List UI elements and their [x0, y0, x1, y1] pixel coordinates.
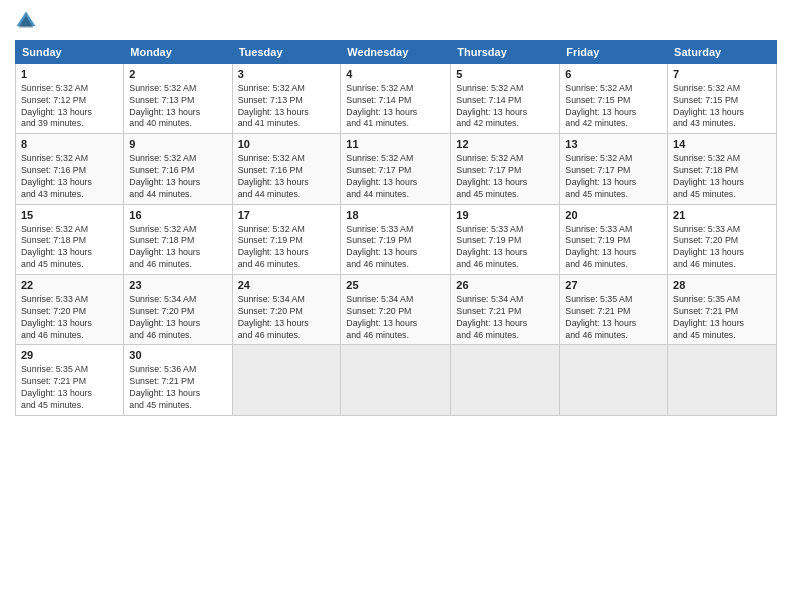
calendar-cell: 10Sunrise: 5:32 AM Sunset: 7:16 PM Dayli… — [232, 134, 341, 204]
calendar-cell: 26Sunrise: 5:34 AM Sunset: 7:21 PM Dayli… — [451, 275, 560, 345]
week-row-1: 1Sunrise: 5:32 AM Sunset: 7:12 PM Daylig… — [16, 64, 777, 134]
day-info: Sunrise: 5:35 AM Sunset: 7:21 PM Dayligh… — [673, 294, 771, 342]
col-header-friday: Friday — [560, 41, 668, 64]
day-number: 10 — [238, 137, 336, 152]
logo-icon — [15, 10, 37, 32]
day-info: Sunrise: 5:33 AM Sunset: 7:20 PM Dayligh… — [21, 294, 118, 342]
col-header-monday: Monday — [124, 41, 232, 64]
day-number: 23 — [129, 278, 226, 293]
day-info: Sunrise: 5:34 AM Sunset: 7:21 PM Dayligh… — [456, 294, 554, 342]
calendar-cell: 18Sunrise: 5:33 AM Sunset: 7:19 PM Dayli… — [341, 204, 451, 274]
calendar-cell: 23Sunrise: 5:34 AM Sunset: 7:20 PM Dayli… — [124, 275, 232, 345]
day-info: Sunrise: 5:32 AM Sunset: 7:14 PM Dayligh… — [346, 83, 445, 131]
day-number: 26 — [456, 278, 554, 293]
day-number: 20 — [565, 208, 662, 223]
day-info: Sunrise: 5:34 AM Sunset: 7:20 PM Dayligh… — [129, 294, 226, 342]
day-info: Sunrise: 5:35 AM Sunset: 7:21 PM Dayligh… — [565, 294, 662, 342]
day-info: Sunrise: 5:33 AM Sunset: 7:19 PM Dayligh… — [565, 224, 662, 272]
day-number: 2 — [129, 67, 226, 82]
day-info: Sunrise: 5:32 AM Sunset: 7:14 PM Dayligh… — [456, 83, 554, 131]
day-info: Sunrise: 5:32 AM Sunset: 7:17 PM Dayligh… — [346, 153, 445, 201]
day-number: 28 — [673, 278, 771, 293]
day-info: Sunrise: 5:32 AM Sunset: 7:15 PM Dayligh… — [565, 83, 662, 131]
calendar-page: SundayMondayTuesdayWednesdayThursdayFrid… — [0, 0, 792, 612]
day-info: Sunrise: 5:32 AM Sunset: 7:12 PM Dayligh… — [21, 83, 118, 131]
day-number: 21 — [673, 208, 771, 223]
day-number: 29 — [21, 348, 118, 363]
day-number: 16 — [129, 208, 226, 223]
day-number: 25 — [346, 278, 445, 293]
calendar-cell: 13Sunrise: 5:32 AM Sunset: 7:17 PM Dayli… — [560, 134, 668, 204]
day-info: Sunrise: 5:32 AM Sunset: 7:18 PM Dayligh… — [21, 224, 118, 272]
calendar-cell: 21Sunrise: 5:33 AM Sunset: 7:20 PM Dayli… — [668, 204, 777, 274]
calendar-cell — [341, 345, 451, 415]
calendar-cell: 20Sunrise: 5:33 AM Sunset: 7:19 PM Dayli… — [560, 204, 668, 274]
calendar-cell: 6Sunrise: 5:32 AM Sunset: 7:15 PM Daylig… — [560, 64, 668, 134]
calendar-cell: 25Sunrise: 5:34 AM Sunset: 7:20 PM Dayli… — [341, 275, 451, 345]
calendar-cell: 16Sunrise: 5:32 AM Sunset: 7:18 PM Dayli… — [124, 204, 232, 274]
calendar-cell: 30Sunrise: 5:36 AM Sunset: 7:21 PM Dayli… — [124, 345, 232, 415]
day-number: 22 — [21, 278, 118, 293]
calendar-cell: 14Sunrise: 5:32 AM Sunset: 7:18 PM Dayli… — [668, 134, 777, 204]
calendar-cell: 3Sunrise: 5:32 AM Sunset: 7:13 PM Daylig… — [232, 64, 341, 134]
day-info: Sunrise: 5:32 AM Sunset: 7:13 PM Dayligh… — [238, 83, 336, 131]
day-info: Sunrise: 5:32 AM Sunset: 7:13 PM Dayligh… — [129, 83, 226, 131]
calendar-cell: 7Sunrise: 5:32 AM Sunset: 7:15 PM Daylig… — [668, 64, 777, 134]
calendar-cell: 19Sunrise: 5:33 AM Sunset: 7:19 PM Dayli… — [451, 204, 560, 274]
day-info: Sunrise: 5:32 AM Sunset: 7:18 PM Dayligh… — [129, 224, 226, 272]
col-header-thursday: Thursday — [451, 41, 560, 64]
day-number: 13 — [565, 137, 662, 152]
day-number: 4 — [346, 67, 445, 82]
calendar-cell: 8Sunrise: 5:32 AM Sunset: 7:16 PM Daylig… — [16, 134, 124, 204]
calendar-cell: 9Sunrise: 5:32 AM Sunset: 7:16 PM Daylig… — [124, 134, 232, 204]
col-header-wednesday: Wednesday — [341, 41, 451, 64]
calendar-cell: 29Sunrise: 5:35 AM Sunset: 7:21 PM Dayli… — [16, 345, 124, 415]
day-number: 15 — [21, 208, 118, 223]
day-info: Sunrise: 5:32 AM Sunset: 7:16 PM Dayligh… — [238, 153, 336, 201]
day-info: Sunrise: 5:35 AM Sunset: 7:21 PM Dayligh… — [21, 364, 118, 412]
day-number: 12 — [456, 137, 554, 152]
day-info: Sunrise: 5:36 AM Sunset: 7:21 PM Dayligh… — [129, 364, 226, 412]
day-number: 9 — [129, 137, 226, 152]
calendar-cell — [668, 345, 777, 415]
calendar-cell: 12Sunrise: 5:32 AM Sunset: 7:17 PM Dayli… — [451, 134, 560, 204]
day-number: 11 — [346, 137, 445, 152]
calendar-cell — [560, 345, 668, 415]
calendar-cell: 11Sunrise: 5:32 AM Sunset: 7:17 PM Dayli… — [341, 134, 451, 204]
day-info: Sunrise: 5:34 AM Sunset: 7:20 PM Dayligh… — [238, 294, 336, 342]
day-info: Sunrise: 5:32 AM Sunset: 7:16 PM Dayligh… — [21, 153, 118, 201]
day-number: 27 — [565, 278, 662, 293]
header — [15, 10, 777, 32]
day-number: 6 — [565, 67, 662, 82]
day-info: Sunrise: 5:34 AM Sunset: 7:20 PM Dayligh… — [346, 294, 445, 342]
week-row-4: 22Sunrise: 5:33 AM Sunset: 7:20 PM Dayli… — [16, 275, 777, 345]
calendar-cell: 5Sunrise: 5:32 AM Sunset: 7:14 PM Daylig… — [451, 64, 560, 134]
week-row-2: 8Sunrise: 5:32 AM Sunset: 7:16 PM Daylig… — [16, 134, 777, 204]
calendar-cell: 24Sunrise: 5:34 AM Sunset: 7:20 PM Dayli… — [232, 275, 341, 345]
day-info: Sunrise: 5:33 AM Sunset: 7:19 PM Dayligh… — [346, 224, 445, 272]
day-number: 1 — [21, 67, 118, 82]
col-header-saturday: Saturday — [668, 41, 777, 64]
day-number: 24 — [238, 278, 336, 293]
week-row-5: 29Sunrise: 5:35 AM Sunset: 7:21 PM Dayli… — [16, 345, 777, 415]
day-info: Sunrise: 5:32 AM Sunset: 7:19 PM Dayligh… — [238, 224, 336, 272]
day-number: 19 — [456, 208, 554, 223]
calendar-cell: 2Sunrise: 5:32 AM Sunset: 7:13 PM Daylig… — [124, 64, 232, 134]
day-info: Sunrise: 5:33 AM Sunset: 7:19 PM Dayligh… — [456, 224, 554, 272]
day-info: Sunrise: 5:32 AM Sunset: 7:17 PM Dayligh… — [456, 153, 554, 201]
day-info: Sunrise: 5:33 AM Sunset: 7:20 PM Dayligh… — [673, 224, 771, 272]
day-info: Sunrise: 5:32 AM Sunset: 7:18 PM Dayligh… — [673, 153, 771, 201]
calendar-cell — [451, 345, 560, 415]
day-info: Sunrise: 5:32 AM Sunset: 7:17 PM Dayligh… — [565, 153, 662, 201]
day-number: 8 — [21, 137, 118, 152]
calendar-cell: 22Sunrise: 5:33 AM Sunset: 7:20 PM Dayli… — [16, 275, 124, 345]
day-number: 30 — [129, 348, 226, 363]
col-header-tuesday: Tuesday — [232, 41, 341, 64]
day-info: Sunrise: 5:32 AM Sunset: 7:16 PM Dayligh… — [129, 153, 226, 201]
calendar-cell — [232, 345, 341, 415]
logo — [15, 10, 41, 32]
week-row-3: 15Sunrise: 5:32 AM Sunset: 7:18 PM Dayli… — [16, 204, 777, 274]
day-number: 18 — [346, 208, 445, 223]
day-number: 3 — [238, 67, 336, 82]
calendar-table: SundayMondayTuesdayWednesdayThursdayFrid… — [15, 40, 777, 416]
